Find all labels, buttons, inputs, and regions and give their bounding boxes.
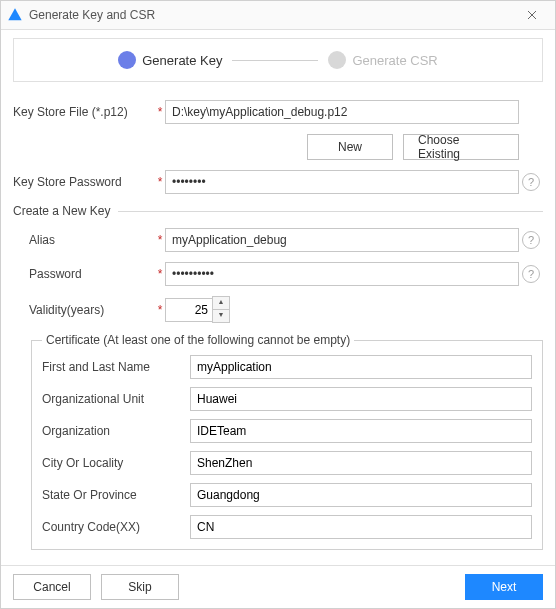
input-key-password[interactable] <box>165 262 519 286</box>
certificate-fieldset: Certificate (At least one of the followi… <box>31 333 543 550</box>
input-org-unit[interactable] <box>190 387 532 411</box>
label-keystore-password: Key Store Password <box>13 175 155 189</box>
row-alias: Alias * ? <box>13 228 543 252</box>
input-alias[interactable] <box>165 228 519 252</box>
input-country[interactable] <box>190 515 532 539</box>
content-area: Generate Key Generate CSR Key Store File… <box>1 30 555 565</box>
input-city[interactable] <box>190 451 532 475</box>
required-marker: * <box>155 303 165 317</box>
row-state: State Or Province <box>42 483 532 507</box>
close-button[interactable] <box>515 1 549 29</box>
row-keystore-buttons: New Choose Existing <box>13 134 543 160</box>
app-icon <box>7 7 23 23</box>
section-create-key: Create a New Key <box>13 204 543 218</box>
row-key-password: Password * ? <box>13 262 543 286</box>
row-org-unit: Organizational Unit <box>42 387 532 411</box>
input-keystore-password[interactable] <box>165 170 519 194</box>
label-country: Country Code(XX) <box>42 520 190 534</box>
dialog-window: Generate Key and CSR Generate Key Genera… <box>0 0 556 609</box>
row-keystore-password: Key Store Password * ? <box>13 170 543 194</box>
step-generate-csr: Generate CSR <box>328 51 437 69</box>
step-label: Generate Key <box>142 53 222 68</box>
required-marker: * <box>155 175 165 189</box>
spinner-up-button[interactable]: ▲ <box>212 296 230 309</box>
step-generate-key: Generate Key <box>118 51 222 69</box>
step-active-icon <box>118 51 136 69</box>
window-title: Generate Key and CSR <box>29 8 515 22</box>
step-connector <box>232 60 318 61</box>
row-keystore-file: Key Store File (*.p12) * <box>13 100 543 124</box>
footer-bar: Cancel Skip Next <box>1 565 555 608</box>
title-bar: Generate Key and CSR <box>1 1 555 30</box>
new-button[interactable]: New <box>307 134 393 160</box>
label-org: Organization <box>42 424 190 438</box>
close-icon <box>527 10 537 20</box>
row-city: City Or Locality <box>42 451 532 475</box>
row-first-last: First and Last Name <box>42 355 532 379</box>
divider <box>118 211 543 212</box>
label-first-last: First and Last Name <box>42 360 190 374</box>
skip-button[interactable]: Skip <box>101 574 179 600</box>
required-marker: * <box>155 105 165 119</box>
label-city: City Or Locality <box>42 456 190 470</box>
input-keystore-file[interactable] <box>165 100 519 124</box>
input-org[interactable] <box>190 419 532 443</box>
help-icon[interactable]: ? <box>522 173 540 191</box>
label-keystore-file: Key Store File (*.p12) <box>13 105 155 119</box>
next-button[interactable]: Next <box>465 574 543 600</box>
label-key-password: Password <box>13 267 155 281</box>
row-org: Organization <box>42 419 532 443</box>
label-validity: Validity(years) <box>13 303 155 317</box>
label-alias: Alias <box>13 233 155 247</box>
step-inactive-icon <box>328 51 346 69</box>
required-marker: * <box>155 267 165 281</box>
section-heading: Create a New Key <box>13 204 110 218</box>
help-icon[interactable]: ? <box>522 265 540 283</box>
spinner-down-button[interactable]: ▼ <box>212 309 230 323</box>
help-icon[interactable]: ? <box>522 231 540 249</box>
label-state: State Or Province <box>42 488 190 502</box>
step-label: Generate CSR <box>352 53 437 68</box>
input-validity[interactable] <box>165 298 213 322</box>
stepper: Generate Key Generate CSR <box>13 38 543 82</box>
row-validity: Validity(years) * ▲ ▼ <box>13 296 543 323</box>
input-first-last[interactable] <box>190 355 532 379</box>
validity-spinner: ▲ ▼ <box>165 296 230 323</box>
row-country: Country Code(XX) <box>42 515 532 539</box>
certificate-legend: Certificate (At least one of the followi… <box>42 333 354 347</box>
cancel-button[interactable]: Cancel <box>13 574 91 600</box>
choose-existing-button[interactable]: Choose Existing <box>403 134 519 160</box>
required-marker: * <box>155 233 165 247</box>
label-org-unit: Organizational Unit <box>42 392 190 406</box>
input-state[interactable] <box>190 483 532 507</box>
